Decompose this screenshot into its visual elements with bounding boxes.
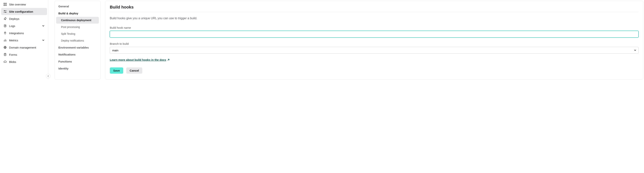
scroll-icon	[4, 24, 7, 28]
svg-point-5	[5, 12, 6, 12]
settings-subnav: GeneralBuild & deployContinuous deployme…	[54, 1, 100, 80]
clipboard-icon	[4, 53, 7, 56]
sidebar-item-label: Blobs	[9, 60, 45, 64]
sidebar-item-label: Site overview	[9, 3, 45, 6]
subnav-item-post-processing[interactable]: Post processing	[56, 24, 99, 30]
docs-link-label: Learn more about build hooks in the docs	[110, 58, 166, 62]
sidebar-item-metrics[interactable]: Metrics	[1, 37, 47, 44]
sidebar-item-forms[interactable]: Forms	[1, 51, 47, 58]
subnav-item-identity[interactable]: Identity	[56, 65, 99, 72]
sidebar-item-integrations[interactable]: Integrations	[1, 30, 47, 37]
svg-point-4	[4, 10, 5, 11]
subnav-item-continuous-deployment[interactable]: Continuous deployment	[56, 17, 99, 24]
main-sidebar: Site overviewSite configurationDeploysLo…	[0, 0, 48, 80]
external-link-icon	[167, 59, 170, 61]
hook-name-input[interactable]	[110, 31, 638, 38]
svg-rect-2	[4, 5, 5, 6]
cancel-button[interactable]: Cancel	[126, 68, 142, 74]
build-hooks-panel: Build hooks Build hooks give you a uniqu…	[105, 1, 643, 80]
subnav-item-notifications[interactable]: Notifications	[56, 51, 99, 58]
svg-rect-3	[6, 5, 6, 6]
globe-icon	[4, 46, 7, 49]
sidebar-item-logs[interactable]: Logs	[1, 22, 47, 30]
sidebar-item-site-configuration[interactable]: Site configuration	[1, 8, 47, 15]
hook-name-field: Build hook name	[110, 26, 638, 38]
hook-name-label: Build hook name	[110, 26, 638, 29]
panel-description: Build hooks give you a unique URL you ca…	[110, 16, 638, 20]
subnav-item-functions[interactable]: Functions	[56, 58, 99, 65]
bar-chart-icon	[4, 38, 7, 42]
branch-select[interactable]: main	[110, 47, 638, 54]
subnav-item-environment-variables[interactable]: Environment variables	[56, 44, 99, 51]
collapse-sidebar-button[interactable]	[46, 74, 50, 78]
svg-rect-7	[4, 54, 6, 56]
sidebar-item-label: Deploys	[9, 17, 45, 20]
sidebar-item-label: Metrics	[9, 39, 40, 42]
subnav-item-deploy-notifications[interactable]: Deploy notifications	[56, 37, 99, 44]
sidebar-item-domain-management[interactable]: Domain management	[1, 44, 47, 51]
subnav-item-build-deploy[interactable]: Build & deploy	[56, 10, 99, 17]
chevron-down-icon	[42, 24, 45, 28]
sidebar-item-site-overview[interactable]: Site overview	[1, 1, 47, 8]
rocket-icon	[4, 17, 7, 20]
chevron-left-icon	[47, 75, 49, 77]
chevron-down-icon	[42, 39, 45, 42]
sidebar-item-label: Domain management	[9, 46, 45, 49]
docs-link[interactable]: Learn more about build hooks in the docs	[110, 58, 170, 62]
save-button[interactable]: Save	[110, 68, 123, 74]
sidebar-item-deploys[interactable]: Deploys	[1, 15, 47, 22]
sidebar-item-label: Site configuration	[9, 10, 45, 13]
grid-icon	[4, 3, 7, 6]
branch-label: Branch to build	[110, 42, 638, 45]
content-area: GeneralBuild & deployContinuous deployme…	[48, 0, 644, 80]
svg-rect-0	[4, 3, 5, 4]
sliders-icon	[4, 10, 7, 13]
panel-title: Build hooks	[110, 5, 638, 12]
sidebar-item-label: Integrations	[9, 32, 45, 35]
cloud-icon	[4, 60, 7, 64]
sidebar-item-blobs[interactable]: Blobs	[1, 58, 47, 65]
subnav-item-split-testing[interactable]: Split Testing	[56, 30, 99, 37]
branch-field: Branch to build main	[110, 42, 638, 54]
subnav-item-general[interactable]: General	[56, 3, 99, 10]
sidebar-item-label: Forms	[9, 53, 45, 56]
sidebar-item-label: Logs	[9, 24, 40, 28]
plug-icon	[4, 31, 7, 35]
button-row: Save Cancel	[110, 68, 638, 74]
svg-rect-1	[6, 3, 6, 4]
